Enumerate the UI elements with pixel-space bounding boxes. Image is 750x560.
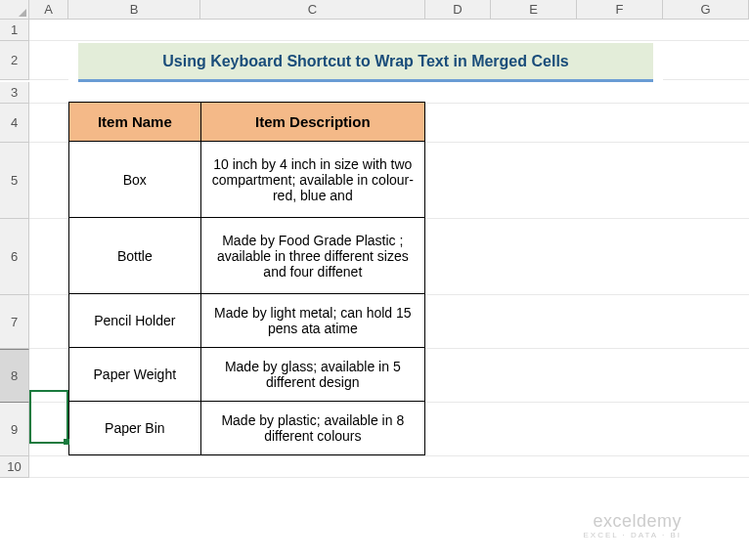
cell[interactable] [577, 219, 663, 295]
cell[interactable] [491, 219, 577, 295]
cell[interactable] [577, 349, 663, 403]
cell[interactable] [425, 104, 491, 143]
cell[interactable] [29, 82, 68, 104]
cell[interactable] [491, 20, 577, 41]
cell[interactable] [425, 456, 491, 478]
col-header-b[interactable]: B [68, 0, 200, 20]
cell[interactable] [663, 456, 749, 478]
cell[interactable] [577, 143, 663, 219]
cell[interactable] [68, 456, 200, 478]
page-title[interactable]: Using Keyboard Shortcut to Wrap Text in … [78, 43, 653, 82]
cell[interactable] [663, 143, 749, 219]
cell-item-description[interactable]: Made by light metal; can hold 15 pens at… [200, 294, 424, 348]
col-header-d[interactable]: D [425, 0, 491, 20]
cell[interactable] [200, 20, 425, 41]
cell-item-description[interactable]: Made by Food Grade Plastic ; available i… [200, 218, 424, 294]
col-header-f[interactable]: F [577, 0, 663, 20]
row-header-5[interactable]: 5 [0, 143, 29, 219]
row-header-2[interactable]: 2 [0, 41, 29, 80]
cell[interactable] [491, 403, 577, 456]
table-row: Paper Bin Made by plastic; available in … [69, 402, 425, 455]
cell[interactable] [68, 82, 200, 104]
cell[interactable] [663, 295, 749, 349]
cell-item-name[interactable]: Paper Bin [69, 402, 201, 455]
cell[interactable] [663, 349, 749, 403]
cell[interactable] [29, 104, 68, 143]
cell-item-description[interactable]: Made by glass; available in 5 different … [200, 348, 424, 402]
row-header-1[interactable]: 1 [0, 20, 29, 41]
cell[interactable] [491, 143, 577, 219]
row-header-6[interactable]: 6 [0, 219, 29, 295]
cell[interactable] [29, 295, 68, 349]
cell[interactable] [577, 82, 663, 104]
cell[interactable] [663, 219, 749, 295]
row-header-9[interactable]: 9 [0, 403, 29, 456]
cell[interactable] [425, 143, 491, 219]
header-item-name[interactable]: Item Name [69, 103, 201, 142]
cell[interactable] [663, 403, 749, 456]
cell-item-name[interactable]: Paper Weight [69, 348, 201, 402]
cell[interactable] [425, 219, 491, 295]
col-header-e[interactable]: E [491, 0, 577, 20]
cell[interactable] [577, 20, 663, 41]
cell[interactable] [577, 104, 663, 143]
cell[interactable] [68, 20, 200, 41]
cell[interactable] [491, 349, 577, 403]
select-all-corner[interactable] [0, 0, 29, 20]
cell-item-name[interactable]: Pencil Holder [69, 294, 201, 348]
table-row: Bottle Made by Food Grade Plastic ; avai… [69, 218, 425, 294]
col-header-a[interactable]: A [29, 0, 68, 20]
cell[interactable] [425, 349, 491, 403]
col-header-g[interactable]: G [663, 0, 749, 20]
table-row: Paper Weight Made by glass; available in… [69, 348, 425, 402]
table-row: Box 10 inch by 4 inch in size with two c… [69, 142, 425, 218]
cell[interactable] [491, 104, 577, 143]
cell[interactable] [29, 41, 68, 80]
cell-item-name[interactable]: Box [69, 142, 201, 218]
col-header-c[interactable]: C [200, 0, 425, 20]
cell[interactable] [491, 295, 577, 349]
cell[interactable] [29, 456, 68, 478]
row-header-4[interactable]: 4 [0, 104, 29, 143]
cell[interactable] [663, 41, 749, 80]
cell[interactable] [663, 104, 749, 143]
cell[interactable] [577, 403, 663, 456]
cell[interactable] [577, 295, 663, 349]
cell[interactable] [29, 219, 68, 295]
cell[interactable] [663, 82, 749, 104]
cell[interactable] [577, 456, 663, 478]
cell[interactable] [29, 403, 68, 456]
cell[interactable] [491, 456, 577, 478]
cell[interactable] [491, 82, 577, 104]
cell[interactable] [425, 20, 491, 41]
cell[interactable] [29, 20, 68, 41]
cell[interactable] [425, 82, 491, 104]
watermark-brand: exceldemy [583, 512, 682, 532]
cell-item-description[interactable]: 10 inch by 4 inch in size with two compa… [200, 142, 424, 218]
row-header-7[interactable]: 7 [0, 295, 29, 349]
cell[interactable] [200, 82, 425, 104]
cell[interactable] [29, 143, 68, 219]
cell-item-name[interactable]: Bottle [69, 218, 201, 294]
header-item-description[interactable]: Item Description [200, 103, 424, 142]
watermark-tagline: EXCEL · DATA · BI [583, 532, 682, 540]
table-row: Pencil Holder Made by light metal; can h… [69, 294, 425, 348]
row-header-8[interactable]: 8 [0, 349, 29, 403]
cell[interactable] [29, 349, 68, 403]
cell[interactable] [425, 403, 491, 456]
cell[interactable] [425, 295, 491, 349]
cell[interactable] [663, 20, 749, 41]
row-header-10[interactable]: 10 [0, 456, 29, 478]
data-table: Item Name Item Description Box 10 inch b… [68, 102, 425, 455]
cell[interactable] [200, 456, 425, 478]
watermark: exceldemy EXCEL · DATA · BI [583, 512, 682, 540]
row-header-3[interactable]: 3 [0, 82, 29, 104]
cell-item-description[interactable]: Made by plastic; available in 8 differen… [200, 402, 424, 455]
